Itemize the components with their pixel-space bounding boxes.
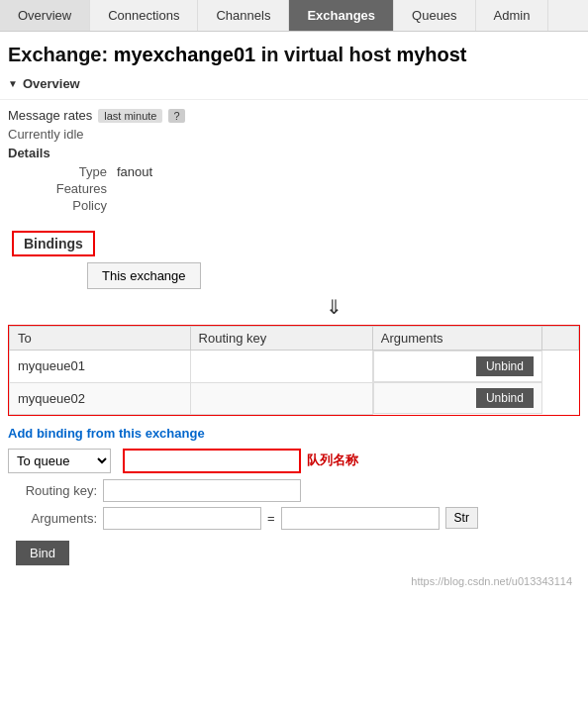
policy-row: Policy [48, 198, 580, 213]
queue-name-input[interactable] [123, 449, 301, 473]
str-button[interactable]: Str [445, 507, 478, 529]
this-exchange-button[interactable]: This exchange [87, 262, 201, 289]
type-label: Type [48, 164, 107, 179]
arrow-down-icon: ⇓ [87, 295, 580, 319]
details-label: Details [8, 146, 580, 160]
nav-queues[interactable]: Queues [394, 0, 476, 31]
overview-section-header[interactable]: ▼ Overview [0, 72, 588, 95]
cell-arguments: Unbind [373, 351, 542, 382]
arguments-row: Arguments: = Str [8, 507, 580, 530]
message-rates-label: Message rates [8, 108, 92, 123]
nav-exchanges[interactable]: Exchanges [289, 0, 394, 31]
cell-routing-key [190, 382, 372, 414]
nav-admin[interactable]: Admin [476, 0, 549, 31]
page-title: Exchange: myexchange01 in virtual host m… [0, 32, 588, 72]
routing-key-label: Routing key: [8, 483, 97, 498]
bindings-table-wrapper: To Routing key Arguments myqueue01 Unbin… [8, 325, 580, 416]
title-prefix: Exchange: [8, 44, 114, 65]
overview-label: Overview [23, 76, 80, 91]
details-table: Type fanout Features Policy [48, 164, 580, 213]
col-to: To [10, 327, 191, 351]
queue-hint: 队列名称 [307, 452, 358, 469]
col-routing-key: Routing key [190, 327, 372, 351]
arguments-input-right[interactable] [281, 507, 440, 530]
add-binding-row: To queueTo exchange 队列名称 [8, 449, 580, 473]
message-rates-help[interactable]: ? [168, 109, 184, 123]
equals-sign: = [267, 511, 275, 526]
status-text: Currently idle [8, 127, 580, 142]
message-rates-badge: last minute [98, 109, 162, 123]
triangle-icon: ▼ [8, 78, 18, 89]
exchange-name: myexchange01 [114, 44, 255, 65]
features-row: Features [48, 181, 580, 196]
col-action [542, 327, 579, 351]
footer-link: https://blog.csdn.net/u013343114 [8, 571, 580, 591]
arguments-input-left[interactable] [103, 507, 261, 530]
unbind-button[interactable]: Unbind [476, 356, 534, 376]
bindings-table: To Routing key Arguments myqueue01 Unbin… [9, 326, 579, 415]
bindings-content: This exchange ⇓ To Routing key Arguments… [0, 262, 588, 591]
unbind-button[interactable]: Unbind [476, 388, 534, 408]
message-rates-row: Message rates last minute ? [8, 108, 580, 123]
features-label: Features [48, 181, 107, 196]
cell-to: myqueue02 [10, 382, 191, 414]
overview-content: Message rates last minute ? Currently id… [0, 104, 588, 225]
nav-overview[interactable]: Overview [0, 0, 90, 31]
arguments-label: Arguments: [8, 511, 97, 526]
nav-bar: Overview Connections Channels Exchanges … [0, 0, 588, 32]
nav-channels[interactable]: Channels [198, 0, 289, 31]
title-mid: in virtual host [255, 44, 396, 65]
table-row: myqueue01 Unbind [10, 351, 579, 383]
host-name: myhost [396, 44, 466, 65]
routing-key-row: Routing key: [8, 479, 580, 502]
add-binding-label: Add binding from this exchange [8, 426, 572, 441]
type-value: fanout [117, 164, 152, 179]
type-row: Type fanout [48, 164, 580, 179]
bindings-section-header[interactable]: Bindings [12, 231, 95, 256]
cell-to: myqueue01 [10, 351, 191, 383]
cell-arguments: Unbind [373, 382, 542, 414]
table-row: myqueue02 Unbind [10, 382, 579, 414]
bind-button[interactable]: Bind [16, 541, 69, 565]
destination-type-select[interactable]: To queueTo exchange [8, 449, 111, 473]
col-arguments: Arguments [372, 327, 542, 351]
cell-routing-key [190, 351, 372, 383]
policy-label: Policy [48, 198, 107, 213]
nav-connections[interactable]: Connections [90, 0, 198, 31]
routing-key-input[interactable] [103, 479, 301, 502]
